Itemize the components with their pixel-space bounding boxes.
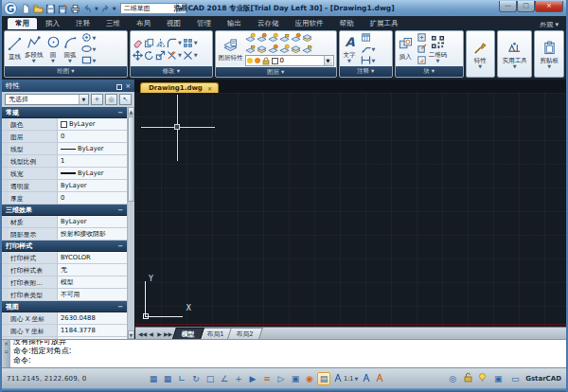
block-panel-label[interactable]: 块 ▾ bbox=[396, 66, 463, 77]
property-value[interactable]: ByLayer bbox=[58, 118, 127, 130]
prev-layout-icon[interactable]: ◀ bbox=[147, 330, 155, 337]
grid-toggle[interactable]: ▦ bbox=[161, 372, 174, 385]
dimension-icon[interactable] bbox=[361, 55, 371, 65]
move-icon[interactable] bbox=[133, 50, 143, 61]
ducs-toggle[interactable]: + bbox=[232, 372, 245, 385]
property-section-header[interactable]: 视图− bbox=[2, 301, 127, 312]
table-icon[interactable] bbox=[361, 32, 371, 43]
layer-thaw-icon[interactable] bbox=[257, 44, 267, 54]
ribbon-tab-5[interactable]: 视图 bbox=[159, 18, 188, 29]
layer-properties-button[interactable]: 图层特性 bbox=[218, 38, 244, 62]
drawing-canvas[interactable]: Y X bbox=[135, 93, 566, 327]
layout-tab-0[interactable]: 模型 bbox=[172, 328, 204, 339]
rotate-icon[interactable] bbox=[144, 50, 154, 61]
layer-lock-icon[interactable] bbox=[279, 32, 290, 43]
property-value[interactable]: 投射和接收阴影 bbox=[58, 228, 127, 240]
lineweight-toggle[interactable]: ≡ bbox=[260, 372, 274, 385]
property-value[interactable]: 模型 bbox=[58, 276, 127, 288]
copy-icon[interactable] bbox=[144, 38, 154, 48]
property-value[interactable]: 不可用 bbox=[58, 289, 127, 300]
snap-toggle[interactable]: ▦ bbox=[147, 372, 160, 385]
polar-tracking-toggle[interactable]: ↻ bbox=[189, 372, 203, 385]
open-file-icon[interactable] bbox=[33, 4, 44, 14]
ortho-toggle[interactable]: ∟ bbox=[175, 372, 188, 385]
annotation-autoscale-icon[interactable] bbox=[375, 373, 384, 384]
property-section-header[interactable]: 三维效果− bbox=[2, 205, 127, 216]
otrack-toggle[interactable]: ∠ bbox=[218, 372, 231, 385]
next-layout-icon[interactable]: ▶ bbox=[155, 330, 164, 337]
magnifier-toggle[interactable]: ◉ bbox=[303, 372, 316, 385]
lock-icon[interactable] bbox=[262, 57, 270, 65]
dynamic-input-toggle[interactable]: ▶ bbox=[246, 372, 259, 385]
rectangle-icon[interactable] bbox=[81, 55, 92, 65]
draw-panel-label[interactable]: 绘图 ▾ bbox=[5, 66, 127, 77]
point-icon[interactable] bbox=[81, 32, 92, 43]
modify-panel-label[interactable]: 修改 ▾ bbox=[131, 66, 212, 77]
polyline-button[interactable]: 多段线▼ bbox=[24, 35, 44, 62]
ribbon-tab-8[interactable]: 云存储 bbox=[250, 18, 287, 29]
sun-icon[interactable] bbox=[255, 58, 260, 63]
palette-close-icon[interactable]: × bbox=[125, 82, 131, 90]
ribbon-tab-0[interactable]: 常用 bbox=[8, 18, 37, 29]
layer-select[interactable]: 0 ▼ bbox=[245, 55, 334, 66]
bulb-icon[interactable] bbox=[247, 58, 253, 63]
layer-off-icon[interactable] bbox=[245, 44, 256, 54]
document-tab-close-icon[interactable]: ✕ bbox=[207, 85, 212, 92]
pin-icon[interactable] bbox=[116, 84, 122, 90]
collapse-icon[interactable]: − bbox=[117, 206, 123, 214]
ribbon-tab-3[interactable]: 三维 bbox=[98, 18, 128, 29]
property-value[interactable]: ByLayer bbox=[58, 216, 127, 227]
array-icon[interactable] bbox=[183, 38, 193, 48]
select-objects-button[interactable]: ↖ bbox=[119, 94, 132, 105]
undo-dropdown-icon[interactable]: ▼ bbox=[95, 6, 98, 11]
property-value[interactable]: ByLayer bbox=[58, 143, 127, 154]
property-section-header[interactable]: 打印样式− bbox=[2, 241, 127, 252]
layer-unlock-icon[interactable] bbox=[268, 44, 278, 54]
ribbon-tab-4[interactable]: 布局 bbox=[129, 18, 158, 29]
ribbon-tab-6[interactable]: 管理 bbox=[189, 18, 219, 29]
workspace-select[interactable]: 二维草图 ▼ bbox=[120, 3, 186, 14]
property-value[interactable]: 1 bbox=[58, 155, 127, 167]
osnap-toggle[interactable]: □ bbox=[204, 372, 217, 385]
layer-dropdown-icon[interactable]: ▼ bbox=[324, 56, 332, 65]
annotation-scale-dropdown-icon[interactable]: ▼ bbox=[354, 377, 358, 381]
leader-icon[interactable] bbox=[361, 44, 371, 54]
first-layout-icon[interactable]: ◀◀ bbox=[138, 330, 147, 337]
options-icon[interactable]: ◎ bbox=[446, 372, 459, 385]
layer-freeze-icon[interactable] bbox=[257, 32, 267, 43]
workspace-switch-icon[interactable]: ▣ bbox=[491, 372, 505, 385]
edit-block-icon[interactable] bbox=[417, 44, 427, 54]
ribbon-tab-2[interactable]: 注释 bbox=[68, 18, 98, 29]
selection-dropdown-icon[interactable]: ▼ bbox=[79, 95, 88, 104]
clean-screen-icon[interactable]: ▭ bbox=[508, 372, 522, 385]
workspace-dropdown-icon[interactable]: ▼ bbox=[176, 4, 186, 13]
property-value[interactable]: ByLayer bbox=[58, 180, 127, 191]
ribbon-tab-9[interactable]: 应用软件 bbox=[288, 18, 331, 29]
clipboard-button[interactable]: 剪贴板▼ bbox=[540, 41, 560, 68]
hardware-acceleration-icon[interactable] bbox=[477, 372, 488, 384]
appearance-menu[interactable]: 外观 ▾ bbox=[540, 20, 560, 29]
property-value[interactable]: 1184.3778 bbox=[58, 325, 127, 336]
fillet-icon[interactable] bbox=[167, 38, 177, 48]
layer-delete-icon[interactable] bbox=[302, 44, 312, 54]
unlock-icon[interactable] bbox=[463, 372, 473, 384]
quick-properties-toggle[interactable]: ▣ bbox=[289, 372, 302, 385]
property-value[interactable]: ByLayer bbox=[58, 168, 127, 179]
print-icon[interactable] bbox=[70, 4, 80, 14]
restore-button[interactable]: □ bbox=[517, 1, 535, 12]
collapse-icon[interactable]: − bbox=[117, 242, 123, 250]
annotation-visibility-icon[interactable] bbox=[362, 373, 371, 384]
property-value[interactable]: 2630.0488 bbox=[58, 312, 127, 324]
scrollbar-thumb[interactable] bbox=[128, 116, 134, 202]
create-block-icon[interactable] bbox=[417, 32, 427, 43]
ribbon-tab-10[interactable]: 帮助 bbox=[332, 18, 362, 29]
insert-block-button[interactable]: 插入 bbox=[398, 37, 414, 61]
model-paper-toggle[interactable]: ▤ bbox=[317, 372, 330, 385]
qrcode-button[interactable]: 二维码▼ bbox=[428, 35, 449, 62]
property-value[interactable]: 0 bbox=[58, 192, 127, 204]
text-button[interactable]: A 文字▼ bbox=[342, 35, 358, 62]
scroll-up-icon[interactable]: ▲ bbox=[128, 107, 134, 116]
match-properties-button[interactable]: 特性▼ bbox=[472, 41, 488, 68]
command-close-icon[interactable]: × bbox=[4, 341, 9, 347]
app-logo-icon[interactable]: G bbox=[4, 2, 17, 15]
